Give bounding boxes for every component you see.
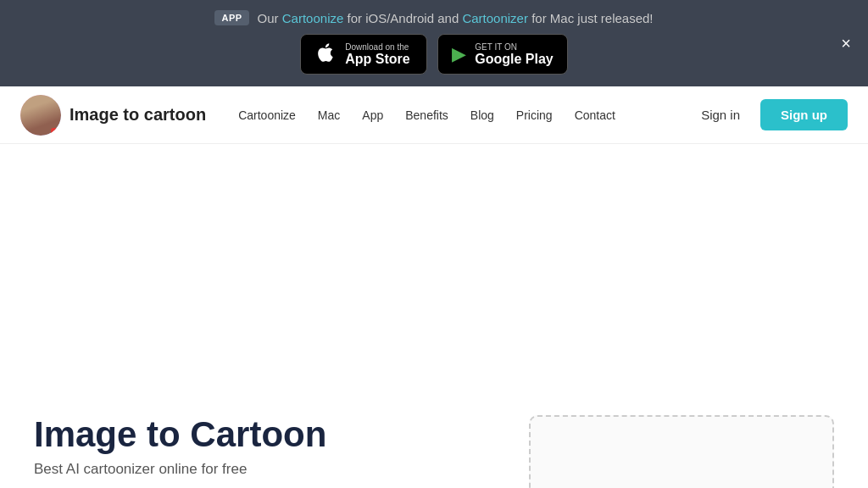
upload-area bbox=[360, 415, 834, 488]
hero-title: Image to Cartoon bbox=[34, 415, 326, 454]
avatar: AI bbox=[20, 95, 61, 136]
nav-mac[interactable]: Mac bbox=[309, 103, 348, 127]
nav-actions: Sign in Sign up bbox=[691, 99, 848, 130]
close-banner-button[interactable]: × bbox=[841, 35, 851, 52]
appstore-sub: Download on the bbox=[345, 42, 409, 52]
banner-text-row: APP Our Cartoonize for iOS/Android and C… bbox=[214, 10, 653, 25]
nav-cartoonize[interactable]: Cartoonize bbox=[230, 103, 304, 127]
sign-in-button[interactable]: Sign in bbox=[691, 101, 750, 129]
upload-box[interactable] bbox=[529, 415, 834, 488]
content-space bbox=[0, 144, 868, 381]
app-badge: APP bbox=[214, 10, 248, 25]
nav-pricing[interactable]: Pricing bbox=[508, 103, 561, 127]
logo-text: Image to cartoon bbox=[70, 105, 206, 125]
hero-area: Image to Cartoon Best AI cartoonizer onl… bbox=[0, 381, 868, 488]
navbar: AI Image to cartoon Cartoonize Mac App B… bbox=[0, 86, 868, 144]
hero-text: Image to Cartoon Best AI cartoonizer onl… bbox=[34, 415, 326, 478]
announcement-banner: APP Our Cartoonize for iOS/Android and C… bbox=[0, 0, 868, 86]
ai-badge: AI bbox=[51, 128, 61, 136]
nav-blog[interactable]: Blog bbox=[462, 103, 503, 127]
googleplay-button[interactable]: ▶ GET IT ON Google Play bbox=[437, 34, 567, 75]
googleplay-sub: GET IT ON bbox=[475, 42, 553, 52]
appstore-button[interactable]: Download on the App Store bbox=[300, 34, 427, 75]
hero-subtitle: Best AI cartoonizer online for free bbox=[34, 461, 326, 478]
cartoonizer-link[interactable]: Cartoonizer bbox=[462, 11, 528, 25]
nav-app[interactable]: App bbox=[353, 103, 392, 127]
main-content: Image to Cartoon Best AI cartoonizer onl… bbox=[0, 144, 868, 488]
nav-benefits[interactable]: Benefits bbox=[397, 103, 457, 127]
sign-up-button[interactable]: Sign up bbox=[760, 99, 848, 130]
store-buttons-row: Download on the App Store ▶ GET IT ON Go… bbox=[300, 34, 567, 75]
nav-contact[interactable]: Contact bbox=[566, 103, 624, 127]
play-icon: ▶ bbox=[452, 45, 466, 64]
googleplay-main: Google Play bbox=[475, 52, 553, 67]
banner-message: Our Cartoonize for iOS/Android and Carto… bbox=[258, 11, 654, 25]
cartoonize-link[interactable]: Cartoonize bbox=[282, 11, 344, 25]
nav-links: Cartoonize Mac App Benefits Blog Pricing… bbox=[230, 103, 691, 127]
logo-link[interactable]: AI Image to cartoon bbox=[20, 95, 206, 136]
appstore-main: App Store bbox=[345, 52, 409, 67]
apple-icon bbox=[314, 42, 337, 67]
